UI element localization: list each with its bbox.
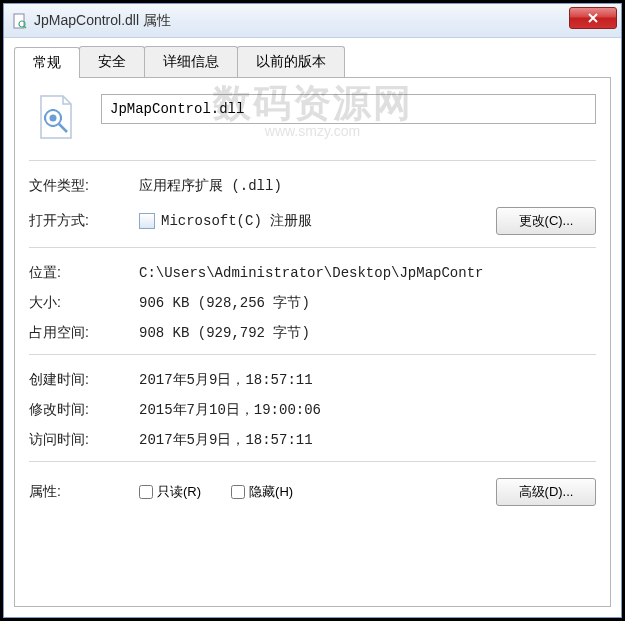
tab-security[interactable]: 安全 (79, 46, 145, 77)
divider (29, 354, 596, 355)
change-button[interactable]: 更改(C)... (496, 207, 596, 235)
hidden-label: 隐藏(H) (249, 483, 293, 501)
filename-input[interactable] (101, 94, 596, 124)
close-button[interactable] (569, 7, 617, 29)
location-value: C:\Users\Administrator\Desktop\JpMapCont… (139, 265, 596, 281)
file-large-icon (35, 94, 77, 140)
hidden-checkbox[interactable] (231, 485, 245, 499)
created-label: 创建时间: (29, 371, 139, 389)
file-type-icon (12, 13, 28, 29)
tab-strip: 常规 安全 详细信息 以前的版本 (14, 46, 611, 77)
readonly-checkbox[interactable] (139, 485, 153, 499)
openwith-label: 打开方式: (29, 212, 139, 230)
accessed-value: 2017年5月9日，18:57:11 (139, 431, 596, 449)
tab-panel-general: 文件类型: 应用程序扩展 (.dll) 打开方式: Microsoft(C) 注… (14, 77, 611, 607)
size-value: 906 KB (928,256 字节) (139, 294, 596, 312)
readonly-label: 只读(R) (157, 483, 201, 501)
openwith-value: Microsoft(C) 注册服 (161, 212, 490, 230)
properties-window: JpMapControl.dll 属性 数码资源网 www.smzy.com 常… (3, 3, 622, 618)
filetype-label: 文件类型: (29, 177, 139, 195)
readonly-checkbox-wrap[interactable]: 只读(R) (139, 483, 201, 501)
modified-value: 2015年7月10日，19:00:06 (139, 401, 596, 419)
sizeondisk-value: 908 KB (929,792 字节) (139, 324, 596, 342)
created-value: 2017年5月9日，18:57:11 (139, 371, 596, 389)
modified-label: 修改时间: (29, 401, 139, 419)
size-label: 大小: (29, 294, 139, 312)
sizeondisk-label: 占用空间: (29, 324, 139, 342)
window-title: JpMapControl.dll 属性 (34, 12, 569, 30)
attributes-label: 属性: (29, 483, 139, 501)
content-area: 数码资源网 www.smzy.com 常规 安全 详细信息 以前的版本 (4, 38, 621, 617)
accessed-label: 访问时间: (29, 431, 139, 449)
tab-previous-versions[interactable]: 以前的版本 (237, 46, 345, 77)
location-label: 位置: (29, 264, 139, 282)
advanced-button[interactable]: 高级(D)... (496, 478, 596, 506)
svg-point-4 (50, 115, 57, 122)
divider (29, 160, 596, 161)
app-icon (139, 213, 155, 229)
tab-general[interactable]: 常规 (14, 47, 80, 78)
hidden-checkbox-wrap[interactable]: 隐藏(H) (231, 483, 293, 501)
divider (29, 461, 596, 462)
titlebar: JpMapControl.dll 属性 (4, 4, 621, 38)
divider (29, 247, 596, 248)
tab-details[interactable]: 详细信息 (144, 46, 238, 77)
filetype-value: 应用程序扩展 (.dll) (139, 177, 596, 195)
